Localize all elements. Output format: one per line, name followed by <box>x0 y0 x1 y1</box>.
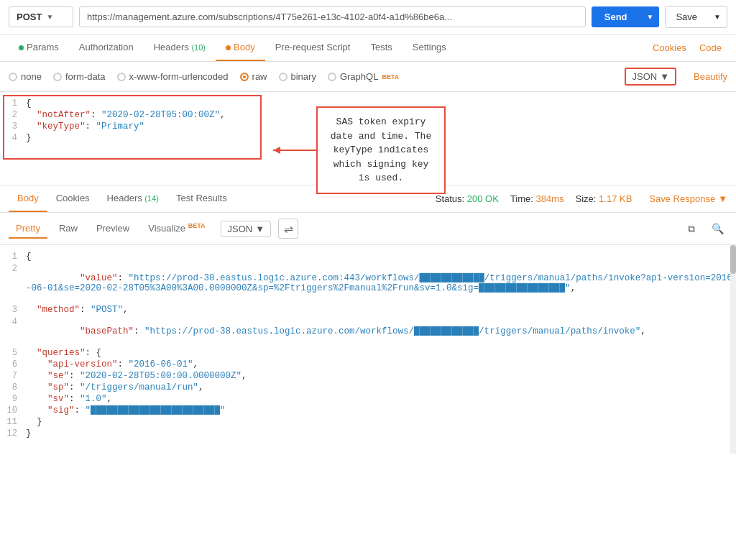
resp-line-content-1: { <box>23 251 736 262</box>
save-button-group: Save ▼ <box>665 6 727 28</box>
toolbar: POST ▼ Send ▼ Save ▼ <box>0 0 736 35</box>
response-format-bar: Pretty Raw Preview Visualize BETA JSON ▼… <box>0 213 736 245</box>
radio-none <box>9 73 17 81</box>
send-button[interactable]: Send <box>592 6 640 27</box>
resp-key-sv: "sv" <box>26 394 69 404</box>
resp-line-num-9: 9 <box>0 393 23 404</box>
radio-urlencoded <box>117 73 126 81</box>
resp-format-pretty[interactable]: Pretty <box>9 219 47 239</box>
resp-key-se: "se" <box>26 371 69 381</box>
resp-json-dropdown[interactable]: JSON ▼ <box>221 221 271 237</box>
resp-line-num-5: 5 <box>0 347 23 358</box>
radio-graphql <box>328 73 336 81</box>
params-dot <box>19 45 24 50</box>
request-code-editor: 1 { 2 "notAfter": "2020-02-28T05:00:00Z"… <box>0 92 736 185</box>
tab-tests[interactable]: Tests <box>360 35 402 61</box>
resp-wrap-icon[interactable]: ⇌ <box>278 219 298 239</box>
tab-pre-request[interactable]: Pre-request Script <box>265 35 361 61</box>
resp-line-11: 11 } <box>0 416 736 428</box>
resp-tab-test-results[interactable]: Test Results <box>167 185 236 212</box>
resp-line-num-2: 2 <box>0 262 23 274</box>
line-number-1: 1 <box>0 98 23 109</box>
resp-format-visualize[interactable]: Visualize BETA <box>141 219 212 239</box>
resp-json-label: JSON <box>227 224 252 234</box>
resp-val-method: "POST" <box>91 305 123 315</box>
resp-val-value: "https://prod-38.eastus.logic.azure.com:… <box>26 273 732 293</box>
method-chevron-icon: ▼ <box>46 13 53 21</box>
method-select[interactable]: POST ▼ <box>9 6 73 27</box>
line-number-4: 4 <box>0 132 23 143</box>
beautify-button[interactable]: Beautify <box>694 71 727 82</box>
subtab-urlencoded-label: x-www-form-urlencoded <box>129 71 229 82</box>
tab-params[interactable]: Params <box>9 35 69 61</box>
json-format-dropdown[interactable]: JSON ▼ <box>625 68 676 86</box>
resp-line-7: 7 "se": "2020-02-28T05:00:00.0000000Z", <box>0 370 736 382</box>
graphql-beta-badge: BETA <box>382 73 399 81</box>
line-number-3: 3 <box>0 121 23 132</box>
subtab-urlencoded[interactable]: x-www-form-urlencoded <box>117 71 229 82</box>
resp-line-4: 4 "basePath": "https://prod-38.eastus.lo… <box>0 316 736 347</box>
resp-format-preview[interactable]: Preview <box>89 219 137 239</box>
resp-scrollbar[interactable] <box>730 245 736 454</box>
tab-body[interactable]: Body <box>216 35 265 61</box>
subtab-binary-label: binary <box>291 71 316 82</box>
subtab-none[interactable]: none <box>9 71 42 82</box>
resp-val-sv: "1.0" <box>80 394 107 404</box>
cookies-link[interactable]: Cookies <box>647 35 692 60</box>
callout-arrow <box>273 150 316 151</box>
resp-line-content-2: "value": "https://prod-38.eastus.logic.a… <box>23 262 736 304</box>
resp-line-num-1: 1 <box>0 251 23 262</box>
tab-settings[interactable]: Settings <box>402 35 456 61</box>
radio-raw <box>240 73 249 81</box>
response-section: Body Cookies Headers (14) Test Results S… <box>0 185 736 454</box>
subtab-graphql[interactable]: GraphQL BETA <box>328 71 399 82</box>
callout-container: SAS token expiry date and time. The keyT… <box>273 106 446 194</box>
resp-line-content-5: "queries": { <box>23 347 736 359</box>
radio-binary <box>279 73 288 81</box>
resp-val-apiversion: "2016-06-01" <box>129 359 193 369</box>
code-link[interactable]: Code <box>694 35 727 60</box>
subtab-formdata[interactable]: form-data <box>53 71 106 82</box>
resp-key-sig: "sig" <box>26 405 75 416</box>
url-input[interactable] <box>79 6 586 27</box>
resp-key-queries: "queries" <box>26 348 86 358</box>
tab-headers[interactable]: Headers (10) <box>144 35 216 61</box>
resp-line-1: 1 { <box>0 251 736 262</box>
resp-line-content-3: "method": "POST", <box>23 304 736 316</box>
resp-tab-headers[interactable]: Headers (14) <box>98 185 167 212</box>
resp-line-num-12: 12 <box>0 428 23 439</box>
save-response-label: Save Response <box>649 193 715 204</box>
resp-line-num-10: 10 <box>0 405 23 416</box>
save-response-button[interactable]: Save Response ▼ <box>649 193 727 204</box>
resp-line-num-3: 3 <box>0 304 23 315</box>
key-keytype: "keyType" <box>26 121 86 132</box>
resp-search-icon[interactable]: 🔍 <box>707 219 727 239</box>
subtab-raw[interactable]: raw <box>240 71 267 82</box>
time-value: 384ms <box>536 193 564 204</box>
resp-right-icons: ⧉ 🔍 <box>678 219 727 239</box>
resp-tab-body[interactable]: Body <box>9 185 47 212</box>
resp-line-content-10: "sig": "████████████████████████" <box>23 405 736 416</box>
resp-val-se: "2020-02-28T05:00:00.0000000Z" <box>80 371 242 381</box>
subtab-binary[interactable]: binary <box>279 71 316 82</box>
resp-line-content-6: "api-version": "2016-06-01", <box>23 359 736 370</box>
subtab-graphql-label: GraphQL <box>340 71 378 82</box>
save-button[interactable]: Save <box>666 6 707 27</box>
tab-authorization[interactable]: Authorization <box>69 35 144 61</box>
resp-line-num-11: 11 <box>0 416 23 427</box>
key-notafter: "notAfter" <box>26 110 91 120</box>
resp-line-8: 8 "sp": "/triggers/manual/run", <box>0 382 736 393</box>
save-dropdown-icon[interactable]: ▼ <box>708 8 727 26</box>
resp-key-method: "method" <box>26 305 80 315</box>
val-keytype: "Primary" <box>96 121 145 132</box>
resp-scrollbar-thumb <box>730 245 736 274</box>
radio-formdata <box>53 73 62 81</box>
resp-copy-icon[interactable]: ⧉ <box>681 219 702 239</box>
send-dropdown-icon[interactable]: ▼ <box>641 8 660 26</box>
resp-format-raw[interactable]: Raw <box>52 219 85 239</box>
resp-tab-cookies[interactable]: Cookies <box>47 185 98 212</box>
resp-val-sig: "████████████████████████" <box>86 405 226 416</box>
resp-line-content-4: "basePath": "https://prod-38.eastus.logi… <box>23 316 736 347</box>
json-format-label: JSON <box>632 71 657 82</box>
subtab-raw-label: raw <box>252 71 267 82</box>
